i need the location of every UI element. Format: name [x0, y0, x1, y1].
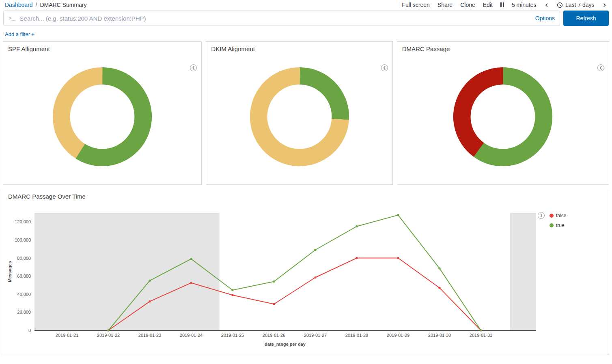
time-forward-icon[interactable]: › — [602, 2, 607, 7]
svg-text:2019-01-22: 2019-01-22 — [97, 333, 120, 338]
svg-text:Messages: Messages — [7, 261, 12, 283]
svg-text:2019-01-23: 2019-01-23 — [138, 333, 161, 338]
refresh-interval-button[interactable]: 5 minutes — [512, 2, 537, 8]
dmarc-line-chart[interactable]: 020,00040,00060,00080,000100,000120,0002… — [3, 201, 545, 350]
search-input[interactable] — [19, 15, 531, 22]
search-box: >_ Options — [3, 11, 560, 26]
panel-dmarc-passage-over-time: DMARC Passage Over Time 020,00040,00060,… — [3, 189, 609, 355]
svg-text:80,000: 80,000 — [17, 256, 31, 261]
query-prompt-icon: >_ — [9, 15, 15, 21]
legend-collapse-icon[interactable]: ❮ — [381, 64, 388, 71]
clock-icon — [557, 2, 563, 8]
time-range-label: Last 7 days — [565, 2, 595, 8]
donut-wrap — [206, 53, 392, 180]
full-screen-button[interactable]: Full screen — [402, 2, 429, 8]
legend-label: false — [556, 213, 566, 218]
legend-dot-false — [550, 214, 554, 218]
dkim-donut-chart[interactable] — [248, 66, 351, 168]
svg-text:2019-01-29: 2019-01-29 — [387, 333, 409, 338]
svg-text:2019-01-24: 2019-01-24 — [180, 333, 203, 338]
svg-text:20,000: 20,000 — [17, 310, 31, 315]
svg-text:40,000: 40,000 — [17, 292, 31, 297]
time-back-icon[interactable]: ‹ — [544, 2, 549, 7]
panel-spf-alignment: SPF Allignment ❮ — [3, 41, 202, 185]
options-link[interactable]: Options — [531, 15, 555, 21]
breadcrumb: Dashboard / DMARC Summary — [5, 2, 87, 8]
svg-text:2019-01-26: 2019-01-26 — [263, 333, 285, 338]
top-menu: Full screen Share Clone Edit 5 minutes ‹… — [402, 2, 607, 8]
svg-text:2019-01-27: 2019-01-27 — [304, 333, 327, 338]
clone-button[interactable]: Clone — [460, 2, 475, 8]
svg-text:2019-01-28: 2019-01-28 — [345, 333, 368, 338]
plus-icon: + — [31, 31, 34, 37]
page-title: DMARC Summary — [40, 2, 86, 8]
dmarc-donut-chart[interactable] — [452, 66, 554, 168]
svg-text:2019-01-30: 2019-01-30 — [428, 333, 451, 338]
svg-text:120,000: 120,000 — [15, 219, 31, 224]
svg-text:2019-01-31: 2019-01-31 — [470, 333, 492, 338]
panel-dmarc-passage: DMARC Passage ❮ — [397, 41, 609, 185]
legend-collapse-icon[interactable]: ❮ — [597, 64, 604, 71]
svg-text:date_range per day: date_range per day — [265, 342, 306, 347]
panel-title: DMARC Passage Over Time — [3, 189, 609, 201]
legend-item-false[interactable]: false — [550, 213, 566, 218]
filter-bar: Add a filter+ — [5, 31, 607, 37]
legend-label: true — [556, 223, 565, 228]
panel-dkim-alignment: DKIM Alignment ❮ — [206, 41, 392, 185]
time-range-picker[interactable]: Last 7 days — [557, 2, 595, 8]
legend-expand-icon[interactable]: ❯ — [538, 212, 545, 219]
refresh-button[interactable]: Refresh — [563, 11, 609, 26]
add-filter-link[interactable]: Add a filter+ — [5, 31, 34, 37]
donut-wrap — [397, 53, 609, 180]
breadcrumb-separator: / — [36, 2, 37, 8]
donut-panels-row: SPF Allignment ❮ DKIM Alignment ❮ DMARC … — [3, 41, 609, 185]
chart-legend: false true — [550, 213, 566, 232]
panel-title: DKIM Alignment — [206, 42, 392, 53]
share-button[interactable]: Share — [437, 2, 453, 8]
add-filter-label: Add a filter — [5, 31, 30, 37]
top-bar: Dashboard / DMARC Summary Full screen Sh… — [0, 0, 612, 9]
spf-donut-chart[interactable] — [51, 66, 153, 168]
svg-text:100,000: 100,000 — [15, 238, 31, 242]
search-row: >_ Options Refresh — [3, 11, 609, 26]
donut-wrap — [3, 53, 201, 180]
legend-item-true[interactable]: true — [550, 223, 566, 228]
breadcrumb-dashboard-link[interactable]: Dashboard — [5, 2, 33, 8]
svg-text:2019-01-21: 2019-01-21 — [56, 333, 78, 338]
edit-button[interactable]: Edit — [483, 2, 493, 8]
svg-text:0: 0 — [28, 328, 31, 333]
panel-title: DMARC Passage — [397, 42, 609, 53]
svg-text:2019-01-25: 2019-01-25 — [221, 333, 244, 338]
svg-text:60,000: 60,000 — [17, 274, 31, 278]
panel-title: SPF Allignment — [3, 42, 201, 53]
legend-dot-true — [550, 223, 554, 227]
pause-icon[interactable] — [500, 2, 504, 7]
